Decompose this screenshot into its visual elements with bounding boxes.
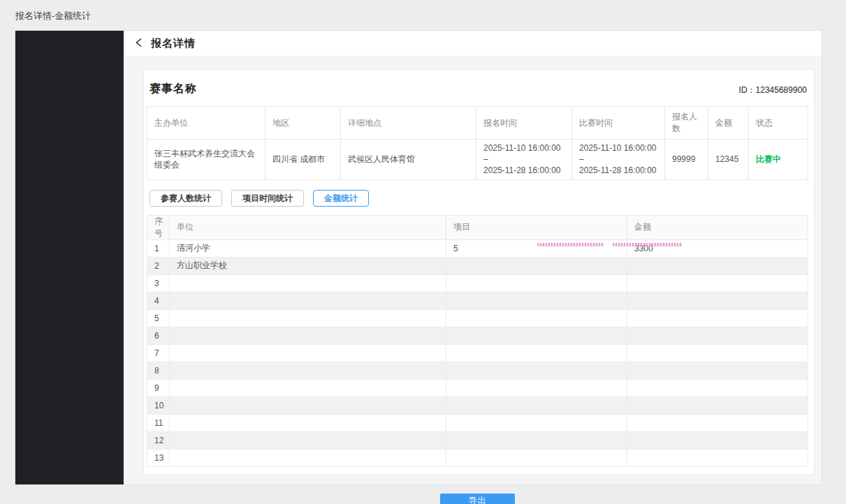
table-row: 13 [147, 449, 808, 466]
table-cell: 6 [147, 327, 170, 344]
table-cell [627, 344, 808, 362]
table-cell [627, 309, 808, 327]
table-cell [627, 396, 808, 414]
table-cell: 3 [147, 274, 170, 292]
stats-table-wrap: 序号 单位 项目 金额 1清河小学533002方山职业学校34567891011… [147, 215, 808, 467]
table-cell: 4 [147, 292, 170, 309]
table-row: 9 [147, 379, 808, 396]
detail-panel: 赛事名称 ID：12345689900 主办单位 地区 详细地点 报名时间 比赛… [143, 69, 815, 475]
col-unit: 单位 [170, 215, 446, 239]
table-cell [446, 327, 627, 344]
table-cell: 5 [446, 239, 627, 257]
table-cell [446, 431, 627, 449]
tab-amount-stat[interactable]: 金额统计 [313, 190, 369, 207]
table-cell [627, 414, 808, 431]
table-cell [170, 327, 446, 344]
table-row: 6 [147, 327, 808, 344]
signup-time-cell: 2025-11-10 16:00:00 – 2025-11-28 16:00:0… [476, 140, 572, 180]
event-id-value: 12345689900 [756, 85, 807, 95]
col-signup-time: 报名时间 [476, 107, 572, 140]
table-cell: 8 [147, 362, 170, 379]
table-cell [446, 414, 627, 431]
table-cell [170, 274, 446, 292]
table-cell: 1 [147, 239, 170, 257]
col-match-time: 比赛时间 [572, 107, 665, 140]
table-cell: 清河小学 [170, 239, 446, 257]
table-cell [446, 449, 627, 466]
table-cell [170, 344, 446, 362]
export-button[interactable]: 导出 [440, 494, 515, 504]
col-organizer: 主办单位 [147, 107, 265, 140]
tab-participants-stat[interactable]: 参赛人数统计 [149, 190, 222, 207]
table-cell: 9 [147, 379, 170, 396]
table-cell [627, 431, 808, 449]
tab-project-time-stat[interactable]: 项目时间统计 [231, 190, 304, 207]
table-cell [446, 379, 627, 396]
export-row: 导出 [147, 494, 808, 504]
table-row: 1清河小学53300 [147, 239, 808, 257]
sidebar [15, 31, 124, 484]
table-row: 12 [147, 431, 808, 449]
signup-time-line2: 2025-11-28 16:00:00 [483, 165, 564, 176]
table-row: 11 [147, 414, 808, 431]
table-cell: 2 [147, 257, 170, 274]
table-row: 5 [147, 309, 808, 327]
table-cell: 3300 [627, 239, 808, 257]
table-cell [170, 292, 446, 309]
signup-time-line1: 2025-11-10 16:00:00 – [483, 142, 564, 165]
table-cell [170, 396, 446, 414]
table-cell [170, 414, 446, 431]
table-cell [170, 309, 446, 327]
match-time-line2: 2025-11-28 16:00:00 [579, 165, 657, 176]
table-cell [627, 362, 808, 379]
match-time-cell: 2025-11-10 16:00:00 – 2025-11-28 16:00:0… [572, 140, 665, 180]
table-cell: 13 [147, 449, 170, 466]
table-cell [446, 396, 627, 414]
back-chevron-icon [134, 38, 143, 50]
table-cell [446, 274, 627, 292]
table-cell [627, 379, 808, 396]
table-cell [170, 431, 446, 449]
col-index: 序号 [147, 215, 170, 239]
table-cell [627, 449, 808, 466]
topbar: 报名详情 [124, 31, 822, 56]
table-cell [446, 344, 627, 362]
table-row: 2方山职业学校 [147, 257, 808, 274]
table-cell: 12 [147, 431, 170, 449]
event-id-label: ID： [739, 85, 756, 95]
table-cell: 7 [147, 344, 170, 362]
table-row: 4 [147, 292, 808, 309]
col-money: 金额 [627, 215, 808, 239]
content-area: 报名详情 赛事名称 ID：12345689900 主办单位 地区 详细地点 报名… [124, 31, 822, 484]
stats-header-row: 序号 单位 项目 金额 [147, 215, 808, 239]
event-data-row: 张三丰杯武术养生交流大会组委会 四川省 成都市 武侯区人民体育馆 2025-11… [147, 140, 808, 180]
event-id: ID：12345689900 [739, 84, 807, 96]
col-status: 状态 [749, 107, 808, 140]
table-row: 10 [147, 396, 808, 414]
table-cell: 5 [147, 309, 170, 327]
amount-stats-table: 序号 单位 项目 金额 1清河小学533002方山职业学校34567891011… [147, 215, 808, 467]
event-header-row: 主办单位 地区 详细地点 报名时间 比赛时间 报名人数 金额 状态 [147, 107, 808, 140]
stats-table-body: 1清河小学533002方山职业学校345678910111213 [147, 239, 808, 466]
panel-head: 赛事名称 ID：12345689900 [147, 79, 808, 106]
col-signup-count: 报名人数 [665, 107, 708, 140]
table-row: 3 [147, 274, 808, 292]
table-cell [627, 274, 808, 292]
artboard-title: 报名详情-金额统计 [15, 10, 91, 22]
status-badge: 比赛中 [749, 140, 808, 180]
table-cell [170, 362, 446, 379]
col-region: 地区 [265, 107, 341, 140]
event-name-title: 赛事名称 [149, 82, 197, 96]
back-button[interactable] [134, 38, 143, 50]
table-row: 7 [147, 344, 808, 362]
table-cell [446, 257, 627, 274]
table-cell [627, 257, 808, 274]
page-title: 报名详情 [151, 37, 196, 50]
venue-cell: 武侯区人民体育馆 [341, 140, 476, 180]
signup-count-cell: 99999 [665, 140, 708, 180]
col-project: 项目 [446, 215, 627, 239]
app-screen: 报名详情 赛事名称 ID：12345689900 主办单位 地区 详细地点 报名… [15, 31, 822, 484]
table-cell [627, 292, 808, 309]
table-cell [446, 362, 627, 379]
match-time-line1: 2025-11-10 16:00:00 – [579, 142, 657, 165]
